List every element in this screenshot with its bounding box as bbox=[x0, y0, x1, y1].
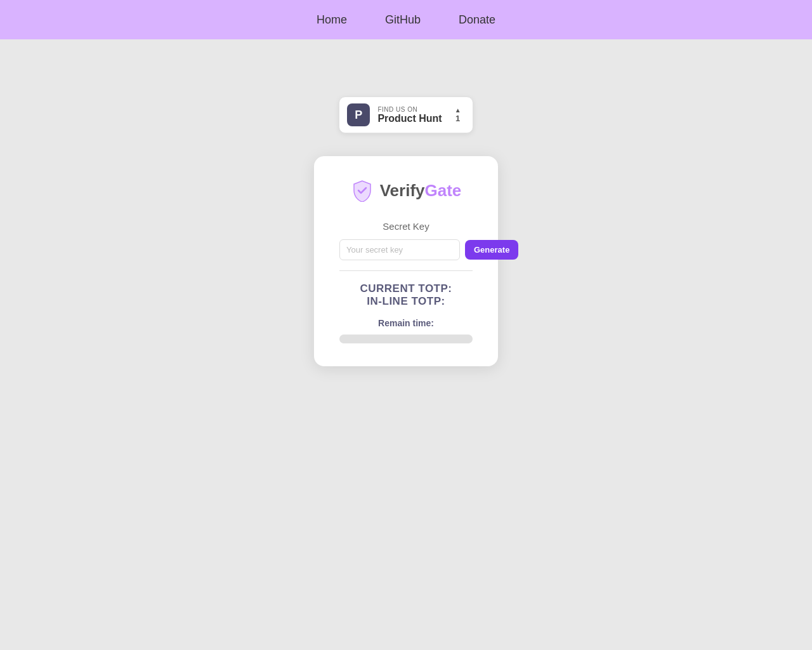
nav-github[interactable]: GitHub bbox=[385, 13, 421, 27]
generate-button[interactable]: Generate bbox=[465, 240, 518, 260]
product-hunt-logo: P bbox=[347, 103, 370, 126]
navbar: Home GitHub Donate bbox=[0, 0, 812, 39]
brand-header: VerifyGate bbox=[351, 179, 462, 202]
current-totp-label: CURRENT TOTP: bbox=[339, 282, 473, 295]
product-hunt-text: FIND US ON Product Hunt bbox=[377, 106, 442, 124]
product-hunt-badge[interactable]: P FIND US ON Product Hunt ▲ 1 bbox=[339, 96, 473, 133]
find-us-label: FIND US ON bbox=[377, 106, 442, 113]
brand-gate-text: Gate bbox=[425, 181, 462, 200]
secret-key-row: Generate bbox=[339, 239, 473, 260]
secret-key-input[interactable] bbox=[339, 239, 460, 260]
nav-home[interactable]: Home bbox=[317, 13, 347, 27]
product-hunt-name: Product Hunt bbox=[377, 113, 442, 124]
shield-check-icon bbox=[351, 179, 374, 202]
inline-totp-label: IN-LINE TOTP: bbox=[339, 295, 473, 308]
main-content: P FIND US ON Product Hunt ▲ 1 VerifyGate… bbox=[0, 39, 812, 366]
progress-bar-background bbox=[339, 335, 473, 343]
secret-key-label: Secret Key bbox=[383, 221, 429, 232]
brand-verify-text: Verify bbox=[380, 181, 425, 200]
remain-time-label: Remain time: bbox=[378, 318, 434, 328]
nav-donate[interactable]: Donate bbox=[459, 13, 495, 27]
divider bbox=[339, 270, 473, 271]
totp-section: CURRENT TOTP: IN-LINE TOTP: bbox=[339, 282, 473, 308]
vote-count: 1 bbox=[455, 114, 460, 123]
main-card: VerifyGate Secret Key Generate CURRENT T… bbox=[314, 156, 498, 366]
brand-name: VerifyGate bbox=[380, 181, 462, 201]
upvote-arrow-icon: ▲ bbox=[455, 107, 461, 114]
product-hunt-votes: ▲ 1 bbox=[455, 107, 461, 123]
